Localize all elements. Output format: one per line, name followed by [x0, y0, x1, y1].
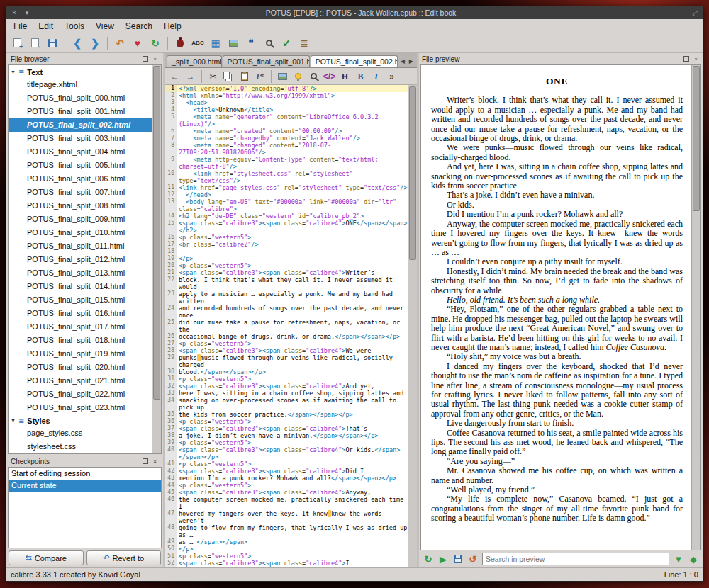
refresh-preview-button[interactable]: ↻ — [421, 552, 435, 566]
cut-button[interactable]: ✂ — [206, 69, 220, 84]
section-text[interactable]: ▼≣Text — [9, 66, 152, 78]
spell-check-button[interactable]: ABC — [189, 35, 206, 52]
menu-search[interactable]: Search — [120, 20, 158, 33]
reports-button[interactable]: ≣ — [296, 35, 313, 52]
file-item[interactable]: POTUS_final_split_023.html — [9, 401, 152, 414]
style-bold-button[interactable]: B — [353, 69, 368, 84]
sync-refresh-button[interactable]: ↻ — [147, 35, 164, 52]
style-heading-button[interactable]: H — [337, 69, 352, 84]
arrange-files-button[interactable]: ▦ — [207, 35, 224, 52]
copy-button[interactable] — [221, 69, 236, 84]
tab-scroll-right-icon[interactable]: ▶ — [407, 58, 415, 64]
file-item[interactable]: POTUS_final_split_012.html — [9, 253, 152, 266]
reload-preview-button[interactable]: ↺ — [466, 552, 480, 566]
style-italic-button[interactable]: I — [369, 69, 384, 84]
editor-scrollbar[interactable] — [408, 85, 417, 567]
window-close-icon[interactable]: × — [10, 9, 18, 16]
editor-tab[interactable]: _split_000.html× — [167, 55, 222, 67]
nav-back-button[interactable]: ← — [167, 69, 182, 84]
file-item[interactable]: POTUS_final_split_014.html — [9, 280, 152, 293]
preview-search-input[interactable] — [482, 553, 669, 565]
nav-forward-button[interactable]: → — [183, 69, 198, 84]
file-item[interactable]: POTUS_final_split_008.html — [9, 199, 152, 213]
global-redo-button[interactable]: ❯ — [86, 35, 104, 52]
file-item[interactable]: POTUS_final_split_002.html — [9, 118, 152, 132]
pretty-print-button[interactable]: </> — [322, 69, 337, 84]
preview-content[interactable]: ONE Writer’s block. I think that’s what … — [421, 65, 691, 550]
window-maximize-icon[interactable]: ⤢ — [691, 9, 699, 17]
revert-button[interactable]: ↶ Revert to — [86, 550, 162, 565]
smart-comment-button[interactable] — [291, 69, 306, 84]
toolbar-overflow-button[interactable]: » — [384, 69, 399, 84]
file-browser-close-icon[interactable]: × — [151, 55, 159, 63]
global-undo-button[interactable]: ❮ — [69, 35, 86, 52]
open-book-button[interactable] — [26, 35, 43, 52]
file-item[interactable]: POTUS_final_split_000.html — [9, 91, 152, 105]
file-item[interactable]: POTUS_final_split_017.html — [9, 320, 152, 334]
preview-scrollbar[interactable] — [691, 65, 700, 550]
menu-help[interactable]: Help — [158, 20, 187, 33]
window-titlebar[interactable]: × ▾ POTUS [EPUB] :: POTUS - Jack Wallen.… — [6, 6, 703, 19]
smarten-punctuation-button[interactable]: ❝ — [242, 35, 259, 52]
file-item[interactable]: POTUS_final_split_020.html — [9, 361, 152, 374]
tab-scroll-left-icon[interactable]: ◀ — [398, 58, 407, 64]
file-item[interactable]: POTUS_final_split_011.html — [9, 239, 152, 253]
find-next-preview-button[interactable]: ▼ — [671, 552, 686, 566]
menu-view[interactable]: View — [90, 20, 120, 33]
save-book-button[interactable] — [44, 35, 61, 52]
file-item[interactable]: page_styles.css — [9, 426, 152, 440]
editor-tab[interactable]: POTUS_final_split_001.html× — [223, 55, 310, 67]
file-item[interactable]: POTUS_final_split_018.html — [9, 334, 152, 347]
paste-button[interactable] — [237, 69, 252, 84]
menu-file[interactable]: File — [8, 20, 33, 33]
window-shade-icon[interactable]: ▾ — [23, 9, 31, 16]
insert-image-button[interactable] — [275, 69, 290, 84]
file-item[interactable]: titlepage.xhtml — [9, 78, 152, 91]
file-preview-float-icon[interactable] — [683, 56, 689, 62]
file-item[interactable]: POTUS_final_split_016.html — [9, 307, 152, 320]
new-file-button[interactable] — [9, 35, 26, 52]
insert-special-char-button[interactable]: I* — [252, 69, 267, 84]
file-item[interactable]: stylesheet.css — [9, 440, 152, 453]
checkpoints-float-icon[interactable] — [143, 458, 148, 464]
file-browser-float-icon[interactable] — [143, 56, 148, 62]
file-item[interactable]: POTUS_final_split_006.html — [9, 172, 152, 186]
donate-button[interactable]: ♥ — [129, 35, 146, 52]
file-item[interactable]: POTUS_final_split_005.html — [9, 159, 152, 172]
file-item[interactable]: POTUS_final_split_004.html — [9, 145, 152, 159]
toolbar-overflow-icon: » — [389, 72, 394, 81]
file-item[interactable]: POTUS_final_split_022.html — [9, 388, 152, 401]
editor-tab[interactable]: POTUS_final_split_002.html× — [311, 55, 398, 67]
statusbar-app-version: calibre 3.33.1 created by Kovid Goyal — [11, 570, 140, 579]
line-number: 35 — [165, 411, 177, 418]
menu-edit[interactable]: Edit — [33, 20, 59, 33]
find-replace-button[interactable] — [306, 69, 321, 84]
file-item[interactable]: POTUS_final_split_001.html — [9, 105, 152, 118]
file-preview-close-icon[interactable]: × — [692, 55, 700, 63]
check-book-button[interactable] — [172, 35, 189, 52]
check-links-button[interactable]: ✓ — [278, 35, 295, 52]
file-item[interactable]: POTUS_final_split_007.html — [9, 186, 152, 199]
code-editor[interactable]: 1<?xml version='1.0' encoding='utf-8'?>2… — [165, 85, 408, 567]
code-line: <h2 lang="de-DE" class="western" id="cal… — [177, 213, 408, 220]
search-button[interactable] — [260, 35, 277, 52]
revert-button[interactable]: ↶ — [111, 35, 128, 52]
insert-image-button[interactable] — [225, 35, 242, 52]
checkpoint-item[interactable]: Start of editing session — [9, 468, 161, 480]
save-preview-button[interactable] — [451, 552, 465, 566]
file-item[interactable]: POTUS_final_split_019.html — [9, 347, 152, 361]
file-tree-scrollbar[interactable] — [152, 65, 161, 453]
sync-position-button[interactable]: ◆ — [686, 552, 700, 566]
file-item[interactable]: POTUS_final_split_021.html — [9, 374, 152, 388]
compare-button[interactable]: ⇆ Compare — [9, 550, 84, 565]
section-styles[interactable]: ▼≣Styles — [9, 414, 152, 426]
file-item[interactable]: POTUS_final_split_015.html — [9, 293, 152, 307]
checkpoint-item[interactable]: Current state — [9, 480, 161, 492]
file-item[interactable]: POTUS_final_split_009.html — [9, 213, 152, 226]
file-item[interactable]: POTUS_final_split_003.html — [9, 132, 152, 145]
menu-tools[interactable]: Tools — [59, 20, 90, 33]
live-preview-button[interactable]: ▶ — [436, 552, 450, 566]
checkpoints-close-icon[interactable]: × — [151, 458, 159, 465]
file-item[interactable]: POTUS_final_split_010.html — [9, 226, 152, 239]
file-item[interactable]: POTUS_final_split_013.html — [9, 266, 152, 280]
